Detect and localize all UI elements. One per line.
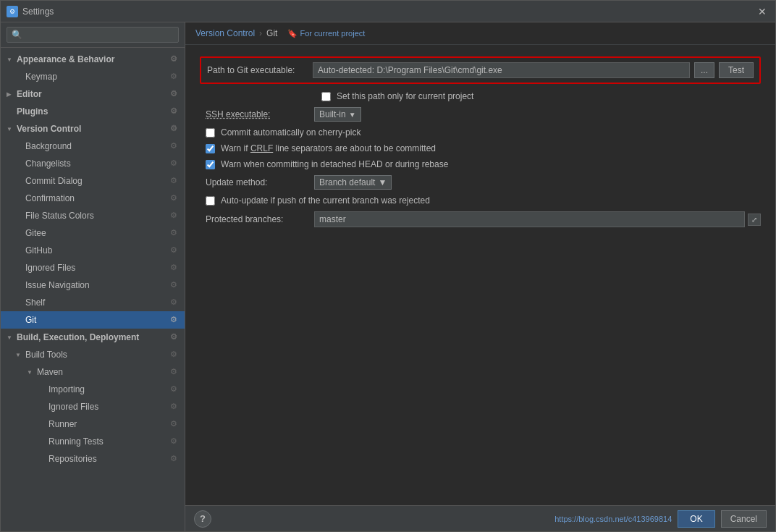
cherry-pick-checkbox[interactable] <box>206 128 215 138</box>
arrow-icon: ▼ <box>7 334 17 341</box>
crlf-checkbox[interactable] <box>206 144 215 153</box>
gear-icon: ⚙ <box>169 193 179 203</box>
crlf-label: Warn if CRLF line separators are about t… <box>221 143 436 153</box>
crlf-underline: CRLF <box>250 143 273 153</box>
search-bar <box>1 22 185 48</box>
breadcrumb: Version Control › Git 🔖 For current proj… <box>185 22 775 45</box>
sidebar-item-maven[interactable]: ▼ Maven ⚙ <box>1 363 185 381</box>
settings-window: ⚙ Settings ✕ ▼ Appearance & Behavior ⚙ K… <box>0 0 776 532</box>
detached-head-checkbox[interactable] <box>206 160 215 169</box>
gear-icon: ⚙ <box>169 263 179 273</box>
git-exe-label: Path to Git executable: <box>207 65 308 75</box>
sidebar-item-label: Runner <box>48 419 169 429</box>
gear-icon: ⚙ <box>169 454 179 464</box>
ok-button[interactable]: OK <box>678 510 714 528</box>
auto-update-label: Auto-update if push of the current branc… <box>221 195 430 206</box>
sidebar-item-ignored-files[interactable]: Ignored Files ⚙ <box>1 259 185 276</box>
protected-label: Protected branches: <box>206 214 314 224</box>
sidebar-item-importing[interactable]: Importing ⚙ <box>1 381 185 398</box>
gear-icon: ⚙ <box>169 350 179 360</box>
git-exe-input[interactable] <box>313 62 690 78</box>
set-path-checkbox[interactable] <box>321 92 331 101</box>
update-method-value: Branch default <box>319 177 375 187</box>
sidebar-item-label: Ignored Files <box>25 263 169 273</box>
detached-head-label: Warn when committing in detached HEAD or… <box>221 159 448 169</box>
sidebar-item-label: GitHub <box>25 245 169 256</box>
set-path-label: Set this path only for current project <box>337 91 473 101</box>
breadcrumb-version-control[interactable]: Version Control <box>195 28 255 38</box>
help-button[interactable]: ? <box>194 510 211 528</box>
ssh-select[interactable]: Built-in ▼ <box>314 107 361 122</box>
breadcrumb-project: 🔖 For current project <box>287 29 365 38</box>
gear-icon: ⚙ <box>169 211 179 221</box>
sidebar-item-git[interactable]: Git ⚙ <box>1 311 185 329</box>
sidebar-item-build-execution[interactable]: ▼ Build, Execution, Deployment ⚙ <box>1 329 185 346</box>
gear-icon: ⚙ <box>169 54 179 64</box>
sidebar-item-label: Maven <box>37 367 169 377</box>
cancel-button[interactable]: Cancel <box>721 510 767 528</box>
arrow-icon: ▼ <box>27 369 37 376</box>
sidebar-item-shelf[interactable]: Shelf ⚙ <box>1 294 185 311</box>
cherry-pick-label: Commit automatically on cherry-pick <box>221 127 360 138</box>
bottom-right: https://blog.csdn.net/c413969814 OK Canc… <box>554 510 767 528</box>
sidebar-item-running-tests[interactable]: Running Tests ⚙ <box>1 433 185 450</box>
sidebar-item-issue-navigation[interactable]: Issue Navigation ⚙ <box>1 276 185 294</box>
sidebar-item-label: Git <box>25 315 169 325</box>
sidebar-item-commit-dialog[interactable]: Commit Dialog ⚙ <box>1 172 185 190</box>
link-hint: https://blog.csdn.net/c413969814 <box>554 515 672 523</box>
gear-icon: ⚙ <box>169 402 179 412</box>
test-button[interactable]: Test <box>719 62 754 78</box>
gear-icon: ⚙ <box>169 280 179 290</box>
sidebar-item-label: Editor <box>17 89 169 99</box>
sidebar-item-label: Running Tests <box>48 436 169 447</box>
sidebar-tree: ▼ Appearance & Behavior ⚙ Keymap ⚙ ▶ Edi… <box>1 48 185 531</box>
protected-branches-row: Protected branches: ⤢ <box>200 211 761 227</box>
auto-update-row: Auto-update if push of the current branc… <box>200 195 761 206</box>
titlebar: ⚙ Settings ✕ <box>1 1 775 22</box>
search-input[interactable] <box>7 27 179 43</box>
sidebar-item-label: Ignored Files <box>48 402 169 412</box>
sidebar-item-label: Repositories <box>48 454 169 464</box>
sidebar-item-label: Appearance & Behavior <box>17 54 169 64</box>
sidebar-item-confirmation[interactable]: Confirmation ⚙ <box>1 190 185 207</box>
sidebar-item-background[interactable]: Background ⚙ <box>1 138 185 155</box>
cherry-pick-row: Commit automatically on cherry-pick <box>200 127 761 138</box>
sidebar-item-file-status-colors[interactable]: File Status Colors ⚙ <box>1 207 185 224</box>
sidebar-item-keymap[interactable]: Keymap ⚙ <box>1 68 185 85</box>
bottom-bar: ? https://blog.csdn.net/c413969814 OK Ca… <box>185 505 775 531</box>
close-button[interactable]: ✕ <box>755 4 769 19</box>
ssh-value: Built-in <box>319 109 346 119</box>
update-method-select[interactable]: Branch default ▼ <box>314 175 392 190</box>
crlf-row: Warn if CRLF line separators are about t… <box>200 143 761 153</box>
sidebar-item-version-control[interactable]: ▼ Version Control ⚙ <box>1 120 185 138</box>
sidebar-item-repositories[interactable]: Repositories ⚙ <box>1 450 185 468</box>
sidebar-item-appearance[interactable]: ▼ Appearance & Behavior ⚙ <box>1 51 185 68</box>
gear-icon: ⚙ <box>169 106 179 117</box>
sidebar-item-editor[interactable]: ▶ Editor ⚙ <box>1 85 185 103</box>
sidebar-item-label: Issue Navigation <box>25 280 169 290</box>
set-path-row: Set this path only for current project <box>200 91 761 101</box>
sidebar-item-label: Build Tools <box>25 350 169 360</box>
sidebar-item-label: Build, Execution, Deployment <box>17 332 169 342</box>
sidebar-item-label: Commit Dialog <box>25 176 169 186</box>
sidebar-item-build-tools[interactable]: ▼ Build Tools ⚙ <box>1 346 185 363</box>
arrow-icon: ▼ <box>7 56 17 63</box>
sidebar-item-label: Plugins <box>17 106 169 117</box>
protected-branches-input[interactable] <box>314 211 745 227</box>
sidebar-item-gitee[interactable]: Gitee ⚙ <box>1 224 185 242</box>
app-icon: ⚙ <box>7 6 18 17</box>
sidebar-item-ignored-files-maven[interactable]: Ignored Files ⚙ <box>1 398 185 415</box>
sidebar-item-plugins[interactable]: Plugins ⚙ <box>1 103 185 120</box>
arrow-icon: ▶ <box>7 91 17 98</box>
expand-button[interactable]: ⤢ <box>748 214 761 226</box>
gear-icon: ⚙ <box>169 89 179 99</box>
auto-update-checkbox[interactable] <box>206 196 215 206</box>
sidebar-item-runner[interactable]: Runner ⚙ <box>1 415 185 433</box>
sidebar-item-github[interactable]: GitHub ⚙ <box>1 242 185 259</box>
sidebar-item-changelists[interactable]: Changelists ⚙ <box>1 155 185 172</box>
sidebar-item-label: Changelists <box>25 159 169 169</box>
sidebar-item-label: Importing <box>48 384 169 394</box>
gear-icon: ⚙ <box>169 419 179 429</box>
ssh-label: SSH executable: <box>206 109 314 119</box>
browse-button[interactable]: ... <box>694 62 714 78</box>
